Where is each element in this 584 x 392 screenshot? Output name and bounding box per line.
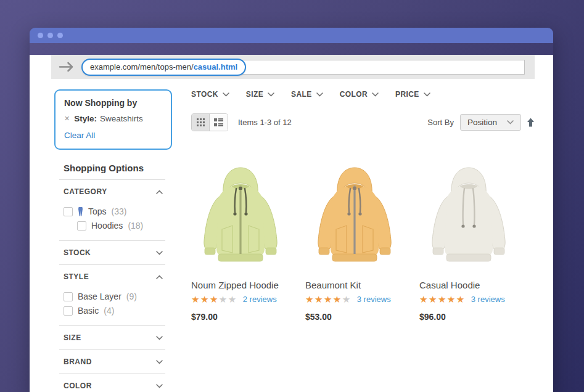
chevron-down-icon <box>316 92 323 97</box>
hoodie-product-photo <box>419 154 518 267</box>
url-input[interactable]: example.com/men/tops-men/casual.html <box>81 59 246 76</box>
remove-filter-icon[interactable]: ✕ <box>64 115 70 123</box>
product-price: $96.00 <box>419 312 518 322</box>
checkbox[interactable] <box>77 221 86 231</box>
star-icon: ★ <box>315 294 324 304</box>
top-filter-label: SALE <box>291 90 312 99</box>
window-control-dot[interactable] <box>47 33 53 38</box>
product-name-link[interactable]: Noum Zipped Hoodie <box>191 280 290 290</box>
option-count: (18) <box>128 221 143 231</box>
window-control-dot[interactable] <box>57 33 63 38</box>
sort-select[interactable]: Position <box>460 114 521 131</box>
top-filter-sale[interactable]: SALE <box>291 90 323 99</box>
section-label: COLOR <box>64 382 92 390</box>
product-listing-main: STOCKSIZESALECOLORPRICE <box>191 89 535 392</box>
section-label: CATEGORY <box>64 187 107 196</box>
filter-option-base-layer[interactable]: Base Layer(9) <box>64 292 165 301</box>
checkbox[interactable] <box>64 306 73 316</box>
option-count: (4) <box>104 306 114 316</box>
filter-option-tops[interactable]: Tops(33) <box>64 206 165 216</box>
listing-toolbar: Items 1-3 of 12 Sort By Position <box>191 113 535 131</box>
filter-option-basic[interactable]: Basic(4) <box>64 306 165 316</box>
list-view-button[interactable] <box>210 114 228 131</box>
section-items: Base Layer(9)Basic(4) <box>59 292 165 325</box>
product-card: Casual Hoodie★★★★★3 reviews$96.00 <box>419 154 518 322</box>
section-label: BRAND <box>64 357 92 366</box>
window-control-dot[interactable] <box>38 33 43 38</box>
top-filter-label: STOCK <box>191 90 218 99</box>
star-icon: ★ <box>429 294 438 304</box>
list-icon <box>214 118 223 126</box>
star-icon: ★ <box>333 294 342 304</box>
product-name-link[interactable]: Beaumont Kit <box>305 280 404 290</box>
top-filter-price[interactable]: PRICE <box>395 90 430 99</box>
top-filter-row: STOCKSIZESALECOLORPRICE <box>191 90 535 99</box>
filter-section-category: CATEGORYTops(33)Hoodies(18) <box>59 179 165 240</box>
section-items: Tops(33)Hoodies(18) <box>59 206 165 240</box>
filter-section-brand: BRAND <box>59 349 165 374</box>
option-label[interactable]: Tops <box>88 206 107 216</box>
filter-section-style: STYLEBase Layer(9)Basic(4) <box>59 264 165 325</box>
filter-sections: CATEGORYTops(33)Hoodies(18)STOCKSTYLEBas… <box>59 179 165 392</box>
option-label[interactable]: Base Layer <box>78 292 121 301</box>
address-input[interactable] <box>240 60 525 75</box>
clear-all-link[interactable]: Clear All <box>64 131 95 140</box>
star-icon: ★ <box>200 294 210 304</box>
sort-by-label: Sort By <box>427 118 454 127</box>
browser-window: example.com/men/tops-men/casual.html Now… <box>30 28 553 392</box>
chevron-down-icon <box>372 92 379 97</box>
arrow-right-icon[interactable] <box>59 62 75 72</box>
star-rating: ★★★★★ <box>305 295 352 304</box>
section-label: STOCK <box>64 248 91 257</box>
arrow-up-icon <box>527 118 535 127</box>
now-shopping-title: Now Shopping by <box>64 98 162 108</box>
chevron-down-icon <box>507 120 514 125</box>
reviews-link[interactable]: 3 reviews <box>357 295 391 304</box>
section-header-size[interactable]: SIZE <box>59 326 165 349</box>
option-count: (9) <box>126 292 137 301</box>
filter-option-hoodies[interactable]: Hoodies(18) <box>77 221 165 231</box>
star-icon: ★ <box>438 294 447 304</box>
grid-icon <box>197 118 205 126</box>
option-label[interactable]: Hoodies <box>91 221 123 231</box>
checkbox[interactable] <box>64 292 73 301</box>
grid-view-button[interactable] <box>192 114 210 131</box>
product-image-link[interactable] <box>419 154 518 276</box>
view-mode-toggle <box>191 113 228 131</box>
option-count: (33) <box>112 206 127 216</box>
pants-icon <box>78 207 83 216</box>
chevron-down-icon <box>223 92 229 97</box>
star-icon: ★ <box>419 294 429 304</box>
top-filter-label: SIZE <box>246 90 263 99</box>
chevron-down-icon <box>156 360 163 364</box>
chevron-up-icon <box>156 275 163 279</box>
star-icon: ★ <box>219 294 228 304</box>
section-header-category[interactable]: CATEGORY <box>59 180 165 203</box>
reviews-link[interactable]: 2 reviews <box>243 295 277 304</box>
section-header-stock[interactable]: STOCK <box>59 241 165 264</box>
active-filter: ✕ Style: Sweatshirts <box>64 114 162 123</box>
product-image-link[interactable] <box>305 154 404 276</box>
page-content: Now Shopping by ✕ Style: Sweatshirts Cle… <box>30 79 553 392</box>
active-filter-label: Style: <box>74 114 97 123</box>
hoodie-product-photo <box>191 154 290 267</box>
top-filter-color[interactable]: COLOR <box>340 90 379 99</box>
top-filter-label: PRICE <box>395 90 419 99</box>
top-filter-stock[interactable]: STOCK <box>191 90 229 99</box>
chevron-down-icon <box>156 251 163 255</box>
hoodie-product-photo <box>305 154 404 267</box>
reviews-link[interactable]: 3 reviews <box>471 295 505 304</box>
product-name-link[interactable]: Casual Hoodie <box>419 280 518 290</box>
items-count: Items 1-3 of 12 <box>238 118 292 127</box>
checkbox[interactable] <box>64 207 73 216</box>
star-icon: ★ <box>305 294 315 304</box>
window-titlebar <box>30 28 553 43</box>
product-image-link[interactable] <box>191 154 290 276</box>
top-filter-size[interactable]: SIZE <box>246 90 274 99</box>
section-header-style[interactable]: STYLE <box>59 265 165 288</box>
star-icon: ★ <box>228 294 237 304</box>
section-header-color[interactable]: COLOR <box>59 374 165 392</box>
sort-direction-ascending-button[interactable] <box>527 118 535 127</box>
section-header-brand[interactable]: BRAND <box>59 350 165 374</box>
option-label[interactable]: Basic <box>78 306 99 316</box>
